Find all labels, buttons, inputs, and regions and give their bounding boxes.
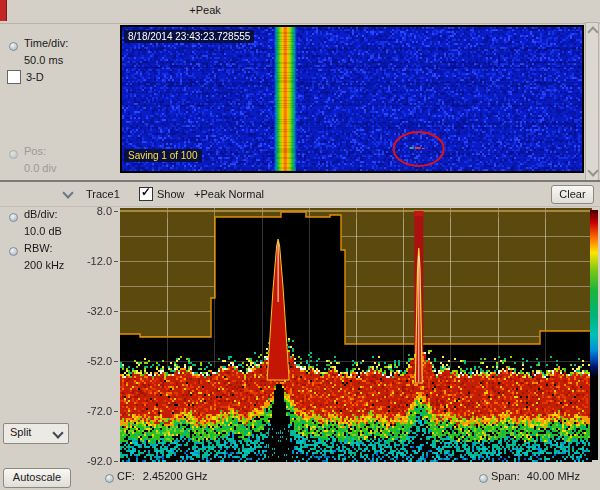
view-mode-dropdown[interactable]: Split xyxy=(3,423,69,444)
spectrum-canvas[interactable] xyxy=(120,208,592,462)
y-axis-tick xyxy=(114,211,118,212)
show-label: Show xyxy=(157,188,185,200)
record-indicator-icon xyxy=(0,0,7,21)
threed-checkbox[interactable] xyxy=(7,70,21,84)
timebase-label: Time/div: xyxy=(24,37,68,49)
param-dot-icon[interactable] xyxy=(9,213,18,222)
timebase-value[interactable]: 50.0 ms xyxy=(24,54,63,66)
clear-button[interactable]: Clear xyxy=(551,185,594,204)
scroll-down-icon[interactable] xyxy=(587,165,598,176)
y-axis-tick xyxy=(114,361,118,362)
chevron-down-icon[interactable] xyxy=(62,187,73,198)
param-dot-icon[interactable] xyxy=(479,474,488,483)
threed-label: 3-D xyxy=(26,71,44,83)
trace-name-label[interactable]: Trace1 xyxy=(86,188,120,200)
detector-mode-label[interactable]: +Peak Normal xyxy=(194,188,264,200)
span-readout[interactable]: Span: 40.00 MHz xyxy=(491,470,580,482)
param-dot-icon[interactable] xyxy=(9,247,18,256)
dbdiv-value[interactable]: 10.0 dB xyxy=(24,225,62,237)
cf-readout[interactable]: CF: 2.45200 GHz xyxy=(117,470,208,482)
span-value: 40.00 MHz xyxy=(527,470,580,482)
show-checkbox[interactable]: ✓ xyxy=(139,187,153,201)
timestamp-badge: 8/18/2014 23:43:23.728555 xyxy=(124,30,254,43)
dropdown-chevron-icon xyxy=(52,427,63,438)
y-axis-tick xyxy=(114,311,118,312)
spectrogram-scrollbar[interactable] xyxy=(585,22,599,181)
spectrogram-detector-label: +Peak xyxy=(160,4,250,16)
rbw-value[interactable]: 200 kHz xyxy=(24,259,64,271)
y-axis-label: -72.0 xyxy=(72,405,112,417)
cf-label: CF: xyxy=(117,470,135,482)
pos-label: Pos: xyxy=(24,145,46,157)
y-axis-label: -52.0 xyxy=(72,355,112,367)
view-mode-value: Split xyxy=(10,426,31,438)
y-axis-label: -12.0 xyxy=(72,255,112,267)
spectrum-display[interactable] xyxy=(120,208,592,462)
param-dot-icon[interactable] xyxy=(105,474,114,483)
param-dot-icon[interactable] xyxy=(9,42,18,51)
checkmark-icon: ✓ xyxy=(141,185,151,199)
density-colorbar xyxy=(590,210,598,460)
span-label: Span: xyxy=(491,470,520,482)
y-axis-tick xyxy=(114,461,118,462)
y-axis-tick xyxy=(114,261,118,262)
scroll-up-icon[interactable] xyxy=(587,26,598,37)
param-dot-icon xyxy=(9,150,18,159)
rbw-label: RBW: xyxy=(24,242,53,254)
y-axis-label: -92.0 xyxy=(72,455,112,467)
spectrogram-display[interactable]: 8/18/2014 23:43:23.728555 Saving 1 of 10… xyxy=(120,25,584,173)
app-window: +Peak Time/div: 50.0 ms 3-D Pos: 0.0 div… xyxy=(0,0,600,490)
pos-value: 0.0 div xyxy=(24,162,56,174)
y-axis-label: -32.0 xyxy=(72,305,112,317)
y-axis-label: 8.0 xyxy=(72,205,112,217)
cf-value: 2.45200 GHz xyxy=(143,470,208,482)
y-axis-tick xyxy=(114,411,118,412)
dbdiv-label: dB/div: xyxy=(24,208,58,220)
top-header-bar: +Peak xyxy=(0,0,600,24)
autoscale-button[interactable]: Autoscale xyxy=(3,468,71,488)
saving-badge: Saving 1 of 100 xyxy=(124,149,202,162)
trace-settings-bar: Trace1 ✓ Show +Peak Normal Clear xyxy=(0,182,600,207)
